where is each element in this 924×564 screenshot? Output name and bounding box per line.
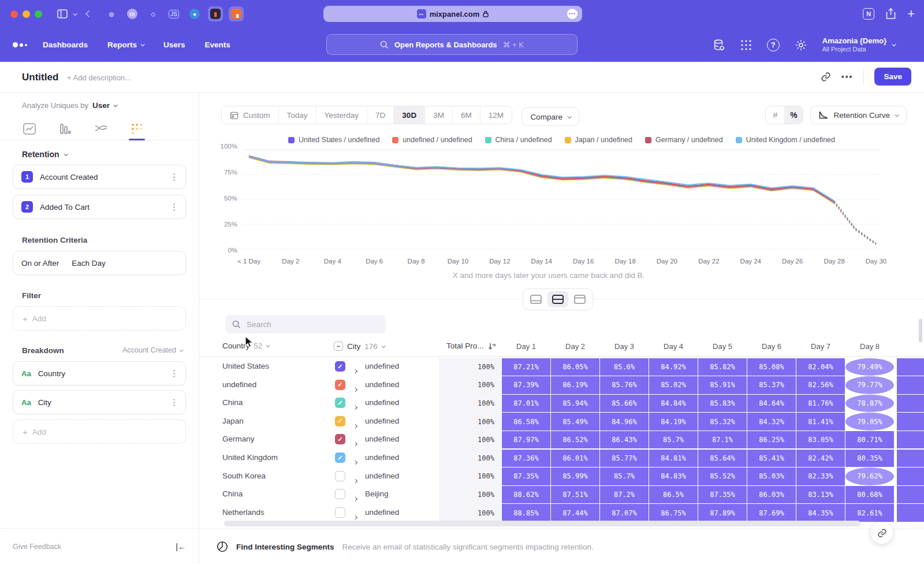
total-column-header[interactable]: Total Pro... — [446, 342, 496, 350]
nav-dashboards[interactable]: Dashboards — [43, 40, 88, 49]
expand-row-icon[interactable] — [354, 383, 357, 394]
row-checkbox[interactable] — [335, 507, 345, 518]
day-column-header[interactable]: Day 5 — [698, 342, 747, 351]
row-checkbox[interactable]: ✓ — [335, 361, 345, 372]
kebab-menu-icon[interactable] — [173, 373, 175, 374]
retention-cell[interactable]: 87.21% — [502, 358, 550, 376]
retention-cell[interactable]: 86.75% — [649, 504, 698, 522]
retention-cell[interactable]: 83.13% — [796, 486, 845, 504]
tab-favicon-bird[interactable]: ● — [187, 6, 202, 21]
expand-row-icon[interactable] — [354, 437, 357, 448]
criteria-mode-value[interactable]: On or After — [21, 259, 59, 268]
tab-insights[interactable] — [17, 118, 42, 140]
nav-users[interactable]: Users — [163, 40, 185, 49]
kebab-menu-icon[interactable] — [173, 206, 175, 208]
more-options-button[interactable]: ••• — [841, 72, 854, 81]
expand-row-icon[interactable] — [354, 420, 357, 430]
vertical-scrollbar[interactable] — [919, 319, 922, 342]
find-segments-button[interactable]: Find Interesting Segments — [236, 543, 334, 551]
row-checkbox[interactable]: ✓ — [335, 380, 345, 390]
retention-cell[interactable]: 87.2% — [600, 486, 649, 504]
retention-cell[interactable]: 87.89% — [698, 504, 747, 522]
add-filter-button[interactable]: + Add — [13, 306, 186, 331]
view-table-focus-icon[interactable] — [569, 291, 590, 307]
retention-cell[interactable]: 86.25% — [747, 431, 796, 449]
retention-cell[interactable]: 85.7% — [649, 431, 698, 449]
retention-cell[interactable]: 82.33% — [796, 467, 845, 485]
legend-item[interactable]: United Kingdom / undefined — [736, 136, 835, 144]
retention-cell[interactable]: 80.71% — [845, 431, 894, 449]
retention-cell[interactable]: 85.41% — [747, 450, 796, 467]
retention-cell[interactable]: 83.05% — [796, 431, 845, 449]
range-30d[interactable]: 30D — [394, 106, 425, 124]
report-title[interactable]: Untitled — [22, 72, 58, 83]
absolute-numbers-toggle[interactable]: # — [766, 106, 784, 124]
retention-cell[interactable]: 82.42% — [796, 450, 845, 467]
row-checkbox[interactable]: ✓ — [335, 398, 345, 408]
retention-cell[interactable]: 78.87% — [845, 395, 894, 413]
tab-flows[interactable] — [89, 118, 113, 140]
window-controls[interactable] — [10, 10, 42, 18]
retention-cell[interactable]: 85.08% — [747, 358, 796, 376]
row-checkbox[interactable] — [335, 489, 345, 499]
legend-item[interactable]: Japan / undefined — [565, 136, 632, 144]
mixpanel-logo[interactable] — [13, 42, 27, 47]
legend-item[interactable]: undefined / undefined — [392, 136, 472, 144]
range-7d[interactable]: 7D — [367, 106, 394, 124]
retention-cell[interactable]: 87.69% — [747, 504, 796, 522]
nav-events[interactable]: Events — [205, 40, 230, 49]
percent-toggle[interactable]: % — [784, 106, 803, 124]
add-breakdown-button[interactable]: + Add — [13, 420, 186, 444]
retention-cell[interactable]: 84.64% — [747, 395, 796, 413]
kebab-menu-icon[interactable] — [173, 402, 175, 403]
city-column-header[interactable]: − City 176 — [334, 342, 385, 351]
range-3m[interactable]: 3M — [425, 106, 453, 124]
retention-cell[interactable]: 79.49% — [845, 358, 894, 376]
retention-cell[interactable]: 80.35% — [845, 450, 894, 467]
retention-cell[interactable]: 86.43% — [600, 431, 649, 449]
retention-cell[interactable]: 87.35% — [502, 467, 550, 485]
retention-cell[interactable]: 79.62% — [845, 467, 894, 485]
browser-back-icon[interactable] — [87, 12, 91, 16]
save-button[interactable]: Save — [874, 68, 911, 86]
criteria-interval-value[interactable]: Each Day — [72, 259, 106, 268]
day-column-header[interactable]: Day 1 — [502, 342, 550, 351]
address-bar-more-icon[interactable]: ••• — [567, 9, 578, 19]
retention-section-header[interactable]: Retention — [22, 150, 67, 159]
expand-row-icon[interactable] — [354, 492, 357, 503]
global-search-input[interactable]: Open Reports & Dashboards ⌘ + K — [326, 34, 578, 55]
retention-cell[interactable]: 85.03% — [747, 467, 796, 485]
retention-cell[interactable]: 86.19% — [551, 376, 599, 394]
retention-cell[interactable]: 86.52% — [551, 431, 599, 449]
retention-cell[interactable]: 87.39% — [502, 376, 550, 394]
view-chart-focus-icon[interactable] — [526, 291, 546, 307]
floating-share-link-button[interactable] — [871, 522, 893, 544]
retention-cell[interactable]: 87.1% — [698, 431, 747, 449]
copy-link-icon[interactable] — [821, 72, 831, 82]
retention-cell[interactable]: 85.91% — [698, 376, 747, 394]
row-checkbox[interactable]: ✓ — [335, 434, 345, 444]
retention-cell[interactable]: 82.04% — [796, 358, 845, 376]
tab-favicon-js[interactable]: JS — [166, 6, 181, 21]
zoom-window-button[interactable] — [35, 10, 42, 18]
give-feedback-link[interactable]: Give Feedback — [13, 543, 61, 551]
retention-cell[interactable]: 84.84% — [649, 395, 698, 413]
minimize-window-button[interactable] — [23, 10, 30, 18]
row-checkbox[interactable] — [335, 471, 345, 481]
retention-cell[interactable]: 85.02% — [649, 376, 698, 394]
retention-cell[interactable]: 87.07% — [600, 504, 649, 522]
range-yesterday[interactable]: Yesterday — [316, 106, 368, 124]
retention-cell[interactable]: 86.03% — [747, 486, 796, 504]
compare-button[interactable]: Compare — [521, 107, 579, 126]
day-column-header[interactable]: Day 8 — [845, 342, 894, 351]
breakdown-scope-selector[interactable]: Account Created — [122, 346, 182, 354]
range-today[interactable]: Today — [279, 106, 316, 124]
retention-cell[interactable]: 85.66% — [600, 395, 649, 413]
retention-cell[interactable]: 85.83% — [698, 395, 747, 413]
retention-cell[interactable]: 85.7% — [600, 467, 649, 485]
retention-cell[interactable]: 85.64% — [698, 450, 747, 467]
retention-cell[interactable]: 86.01% — [551, 450, 599, 467]
retention-cell[interactable]: 81.41% — [796, 413, 845, 431]
browser-tabs-chevron-icon[interactable] — [73, 13, 76, 16]
table-search-input[interactable]: Search — [225, 315, 386, 333]
